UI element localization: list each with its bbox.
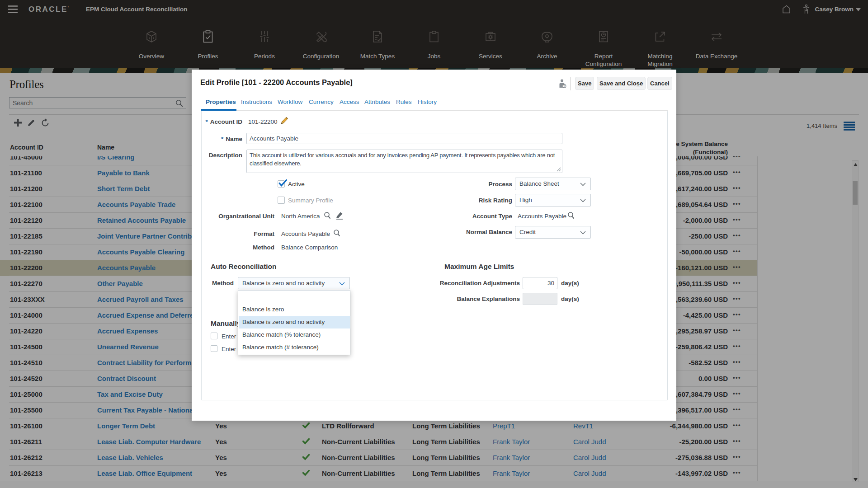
svg-text:?: ? <box>564 84 566 88</box>
